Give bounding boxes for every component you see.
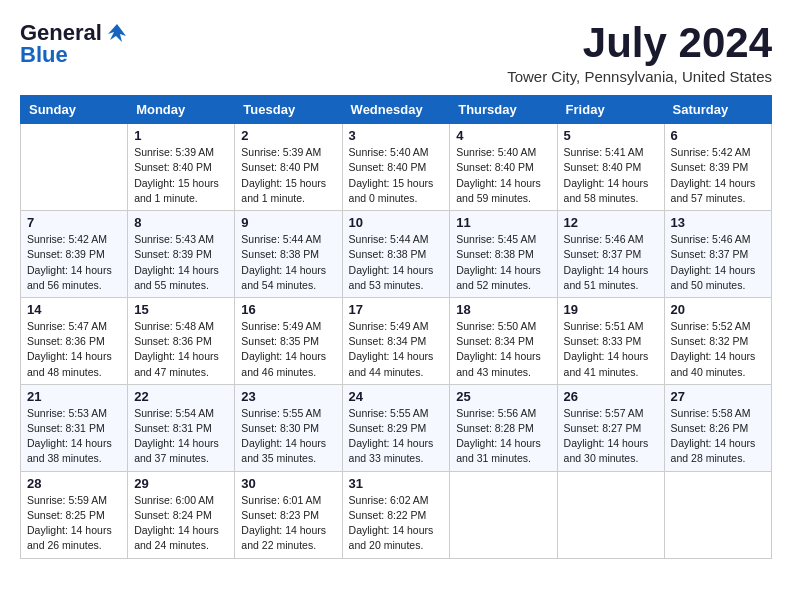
calendar-cell: 26Sunrise: 5:57 AM Sunset: 8:27 PM Dayli…: [557, 384, 664, 471]
day-number: 17: [349, 302, 444, 317]
svg-marker-0: [108, 24, 126, 42]
day-info: Sunrise: 5:49 AM Sunset: 8:34 PM Dayligh…: [349, 319, 444, 380]
logo-bird-icon: [106, 22, 128, 44]
calendar-cell: 2Sunrise: 5:39 AM Sunset: 8:40 PM Daylig…: [235, 124, 342, 211]
day-info: Sunrise: 5:51 AM Sunset: 8:33 PM Dayligh…: [564, 319, 658, 380]
day-info: Sunrise: 5:46 AM Sunset: 8:37 PM Dayligh…: [671, 232, 765, 293]
day-info: Sunrise: 5:40 AM Sunset: 8:40 PM Dayligh…: [349, 145, 444, 206]
day-number: 30: [241, 476, 335, 491]
day-number: 27: [671, 389, 765, 404]
day-number: 20: [671, 302, 765, 317]
calendar-cell: 19Sunrise: 5:51 AM Sunset: 8:33 PM Dayli…: [557, 297, 664, 384]
day-number: 26: [564, 389, 658, 404]
calendar-week-row: 21Sunrise: 5:53 AM Sunset: 8:31 PM Dayli…: [21, 384, 772, 471]
day-number: 14: [27, 302, 121, 317]
day-info: Sunrise: 5:47 AM Sunset: 8:36 PM Dayligh…: [27, 319, 121, 380]
calendar-cell: 1Sunrise: 5:39 AM Sunset: 8:40 PM Daylig…: [128, 124, 235, 211]
day-info: Sunrise: 5:46 AM Sunset: 8:37 PM Dayligh…: [564, 232, 658, 293]
logo: General Blue: [20, 20, 128, 68]
calendar-cell: [557, 471, 664, 558]
day-number: 19: [564, 302, 658, 317]
calendar-week-row: 7Sunrise: 5:42 AM Sunset: 8:39 PM Daylig…: [21, 211, 772, 298]
day-number: 24: [349, 389, 444, 404]
day-info: Sunrise: 5:44 AM Sunset: 8:38 PM Dayligh…: [241, 232, 335, 293]
day-info: Sunrise: 5:41 AM Sunset: 8:40 PM Dayligh…: [564, 145, 658, 206]
calendar-cell: 25Sunrise: 5:56 AM Sunset: 8:28 PM Dayli…: [450, 384, 557, 471]
calendar-cell: 6Sunrise: 5:42 AM Sunset: 8:39 PM Daylig…: [664, 124, 771, 211]
calendar-cell: 24Sunrise: 5:55 AM Sunset: 8:29 PM Dayli…: [342, 384, 450, 471]
day-info: Sunrise: 5:58 AM Sunset: 8:26 PM Dayligh…: [671, 406, 765, 467]
day-info: Sunrise: 5:39 AM Sunset: 8:40 PM Dayligh…: [241, 145, 335, 206]
day-info: Sunrise: 5:45 AM Sunset: 8:38 PM Dayligh…: [456, 232, 550, 293]
column-header-sunday: Sunday: [21, 96, 128, 124]
calendar-cell: [450, 471, 557, 558]
day-info: Sunrise: 5:44 AM Sunset: 8:38 PM Dayligh…: [349, 232, 444, 293]
day-number: 7: [27, 215, 121, 230]
calendar-week-row: 1Sunrise: 5:39 AM Sunset: 8:40 PM Daylig…: [21, 124, 772, 211]
day-info: Sunrise: 5:50 AM Sunset: 8:34 PM Dayligh…: [456, 319, 550, 380]
title-block: July 2024 Tower City, Pennsylvania, Unit…: [507, 20, 772, 85]
day-info: Sunrise: 5:39 AM Sunset: 8:40 PM Dayligh…: [134, 145, 228, 206]
calendar-cell: 7Sunrise: 5:42 AM Sunset: 8:39 PM Daylig…: [21, 211, 128, 298]
day-number: 1: [134, 128, 228, 143]
day-number: 8: [134, 215, 228, 230]
calendar-cell: 12Sunrise: 5:46 AM Sunset: 8:37 PM Dayli…: [557, 211, 664, 298]
calendar-cell: 22Sunrise: 5:54 AM Sunset: 8:31 PM Dayli…: [128, 384, 235, 471]
column-header-monday: Monday: [128, 96, 235, 124]
day-info: Sunrise: 5:43 AM Sunset: 8:39 PM Dayligh…: [134, 232, 228, 293]
calendar-cell: 17Sunrise: 5:49 AM Sunset: 8:34 PM Dayli…: [342, 297, 450, 384]
calendar-table: SundayMondayTuesdayWednesdayThursdayFrid…: [20, 95, 772, 558]
day-number: 13: [671, 215, 765, 230]
calendar-cell: 31Sunrise: 6:02 AM Sunset: 8:22 PM Dayli…: [342, 471, 450, 558]
calendar-cell: 27Sunrise: 5:58 AM Sunset: 8:26 PM Dayli…: [664, 384, 771, 471]
calendar-cell: 5Sunrise: 5:41 AM Sunset: 8:40 PM Daylig…: [557, 124, 664, 211]
day-info: Sunrise: 5:48 AM Sunset: 8:36 PM Dayligh…: [134, 319, 228, 380]
day-number: 10: [349, 215, 444, 230]
calendar-cell: 10Sunrise: 5:44 AM Sunset: 8:38 PM Dayli…: [342, 211, 450, 298]
day-number: 11: [456, 215, 550, 230]
day-number: 29: [134, 476, 228, 491]
day-number: 21: [27, 389, 121, 404]
day-info: Sunrise: 5:55 AM Sunset: 8:30 PM Dayligh…: [241, 406, 335, 467]
logo-blue-text: Blue: [20, 42, 68, 68]
calendar-cell: 18Sunrise: 5:50 AM Sunset: 8:34 PM Dayli…: [450, 297, 557, 384]
day-info: Sunrise: 5:56 AM Sunset: 8:28 PM Dayligh…: [456, 406, 550, 467]
month-title: July 2024: [507, 20, 772, 66]
day-info: Sunrise: 6:01 AM Sunset: 8:23 PM Dayligh…: [241, 493, 335, 554]
calendar-week-row: 14Sunrise: 5:47 AM Sunset: 8:36 PM Dayli…: [21, 297, 772, 384]
calendar-cell: 21Sunrise: 5:53 AM Sunset: 8:31 PM Dayli…: [21, 384, 128, 471]
column-header-friday: Friday: [557, 96, 664, 124]
calendar-cell: [664, 471, 771, 558]
location-text: Tower City, Pennsylvania, United States: [507, 68, 772, 85]
day-number: 18: [456, 302, 550, 317]
calendar-cell: 14Sunrise: 5:47 AM Sunset: 8:36 PM Dayli…: [21, 297, 128, 384]
calendar-cell: 28Sunrise: 5:59 AM Sunset: 8:25 PM Dayli…: [21, 471, 128, 558]
calendar-cell: 30Sunrise: 6:01 AM Sunset: 8:23 PM Dayli…: [235, 471, 342, 558]
calendar-cell: [21, 124, 128, 211]
day-number: 22: [134, 389, 228, 404]
day-info: Sunrise: 5:40 AM Sunset: 8:40 PM Dayligh…: [456, 145, 550, 206]
day-number: 25: [456, 389, 550, 404]
day-info: Sunrise: 6:00 AM Sunset: 8:24 PM Dayligh…: [134, 493, 228, 554]
calendar-cell: 4Sunrise: 5:40 AM Sunset: 8:40 PM Daylig…: [450, 124, 557, 211]
calendar-cell: 20Sunrise: 5:52 AM Sunset: 8:32 PM Dayli…: [664, 297, 771, 384]
day-info: Sunrise: 5:54 AM Sunset: 8:31 PM Dayligh…: [134, 406, 228, 467]
calendar-cell: 13Sunrise: 5:46 AM Sunset: 8:37 PM Dayli…: [664, 211, 771, 298]
calendar-cell: 15Sunrise: 5:48 AM Sunset: 8:36 PM Dayli…: [128, 297, 235, 384]
day-number: 23: [241, 389, 335, 404]
calendar-header-row: SundayMondayTuesdayWednesdayThursdayFrid…: [21, 96, 772, 124]
calendar-cell: 3Sunrise: 5:40 AM Sunset: 8:40 PM Daylig…: [342, 124, 450, 211]
day-info: Sunrise: 5:42 AM Sunset: 8:39 PM Dayligh…: [27, 232, 121, 293]
day-number: 31: [349, 476, 444, 491]
calendar-cell: 29Sunrise: 6:00 AM Sunset: 8:24 PM Dayli…: [128, 471, 235, 558]
day-info: Sunrise: 5:57 AM Sunset: 8:27 PM Dayligh…: [564, 406, 658, 467]
day-info: Sunrise: 5:59 AM Sunset: 8:25 PM Dayligh…: [27, 493, 121, 554]
calendar-cell: 23Sunrise: 5:55 AM Sunset: 8:30 PM Dayli…: [235, 384, 342, 471]
day-info: Sunrise: 6:02 AM Sunset: 8:22 PM Dayligh…: [349, 493, 444, 554]
day-number: 3: [349, 128, 444, 143]
column-header-thursday: Thursday: [450, 96, 557, 124]
day-number: 28: [27, 476, 121, 491]
day-number: 4: [456, 128, 550, 143]
calendar-cell: 16Sunrise: 5:49 AM Sunset: 8:35 PM Dayli…: [235, 297, 342, 384]
day-number: 2: [241, 128, 335, 143]
